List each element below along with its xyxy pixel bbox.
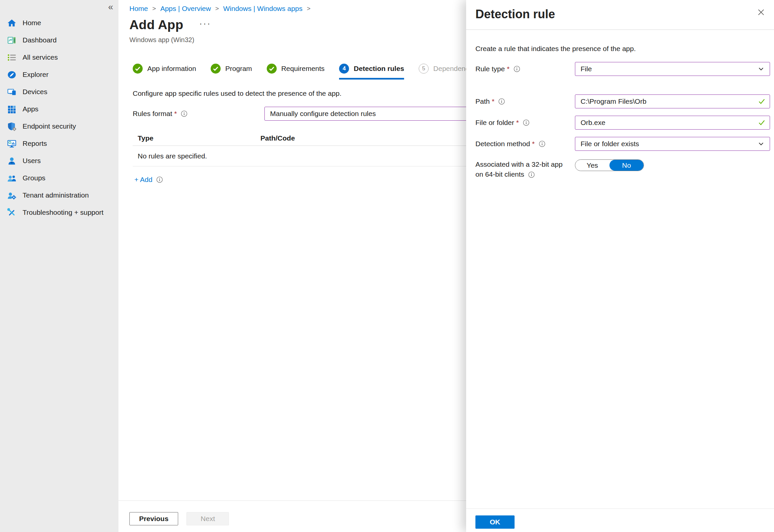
panel-title: Detection rule: [475, 7, 765, 21]
sidebar-item-devices[interactable]: Devices: [0, 83, 118, 100]
sidebar-item-users[interactable]: Users: [0, 152, 118, 169]
info-icon[interactable]: [523, 119, 529, 126]
sidebar-item-label: Apps: [23, 105, 38, 113]
groups-icon: [7, 173, 17, 183]
sidebar-item-label: Users: [23, 157, 41, 165]
detection-method-dropdown[interactable]: File or folder exists: [575, 137, 770, 151]
sidebar-item-tenant-administration[interactable]: Tenant administration: [0, 187, 118, 204]
previous-button[interactable]: Previous: [129, 512, 178, 525]
step-number: 4: [339, 64, 349, 74]
rule-type-dropdown[interactable]: File: [575, 62, 770, 76]
info-icon[interactable]: [498, 98, 505, 105]
path-label: Path *: [475, 97, 575, 105]
file-or-folder-input[interactable]: [575, 116, 770, 130]
associated-32bit-toggle[interactable]: Yes No: [575, 159, 644, 171]
rules-format-label: Rules format *: [133, 110, 265, 118]
step-detection-rules[interactable]: 4 Detection rules: [339, 64, 404, 80]
breadcrumb-link-apps-overview[interactable]: Apps | Overview: [160, 5, 211, 13]
empty-rules-text: No rules are specified.: [138, 152, 207, 160]
sidebar-item-endpoint-security[interactable]: Endpoint security: [0, 118, 118, 135]
sidebar: « Home Dashboard All services Explorer D…: [0, 0, 118, 532]
sidebar-collapse-icon[interactable]: «: [108, 3, 113, 12]
step-program[interactable]: Program: [211, 64, 252, 78]
required-asterisk: *: [507, 65, 509, 73]
detection-rules-table: Type Path/Code No rules are specified.: [133, 131, 491, 166]
next-button[interactable]: Next: [186, 512, 229, 525]
page-title: Add App: [129, 18, 183, 32]
devices-icon: [7, 87, 17, 97]
required-asterisk: *: [174, 110, 177, 118]
valid-check-icon: [758, 98, 765, 105]
path-input[interactable]: [575, 94, 770, 108]
step-complete-check-icon: [133, 64, 143, 74]
valid-check-icon: [758, 119, 765, 126]
step-label: App information: [147, 65, 196, 73]
required-asterisk: *: [532, 140, 535, 148]
rule-type-row: Rule type * File: [475, 62, 770, 76]
info-icon[interactable]: [181, 110, 187, 117]
breadcrumb-separator: >: [215, 5, 219, 12]
column-header-type: Type: [133, 134, 261, 142]
step-complete-check-icon: [211, 64, 221, 74]
sidebar-item-groups[interactable]: Groups: [0, 169, 118, 187]
sidebar-item-label: Dashboard: [23, 36, 57, 44]
sidebar-item-explorer[interactable]: Explorer: [0, 66, 118, 83]
step-app-information[interactable]: App information: [133, 64, 196, 78]
step-complete-check-icon: [267, 64, 277, 74]
table-empty-row: No rules are specified.: [133, 146, 491, 166]
step-requirements[interactable]: Requirements: [267, 64, 325, 78]
panel-footer: OK: [466, 508, 774, 532]
sidebar-item-label: Devices: [23, 88, 47, 96]
file-or-folder-label: File or folder *: [475, 119, 575, 127]
apps-icon: [7, 104, 17, 114]
sidebar-item-dashboard[interactable]: Dashboard: [0, 31, 118, 49]
ok-button[interactable]: OK: [475, 515, 514, 529]
sidebar-item-all-services[interactable]: All services: [0, 49, 118, 66]
breadcrumb-separator: >: [152, 5, 156, 12]
rules-format-dropdown[interactable]: Manually configure detection rules: [265, 107, 497, 121]
detection-method-label: Detection method *: [475, 140, 575, 148]
associated-32bit-label: Associated with a 32-bit app on 64-bit c…: [475, 159, 575, 180]
path-row: Path *: [475, 94, 770, 108]
breadcrumb-separator: >: [307, 5, 311, 12]
panel-header: Detection rule: [466, 0, 774, 30]
sidebar-item-troubleshooting[interactable]: Troubleshooting + support: [0, 204, 118, 221]
step-label: Detection rules: [354, 65, 404, 73]
sidebar-item-label: Explorer: [23, 71, 48, 79]
column-header-path-code: Path/Code: [261, 134, 295, 142]
chevron-down-icon: [758, 141, 764, 147]
add-rule-button[interactable]: + Add: [134, 176, 152, 184]
panel-description: Create a rule that indicates the presenc…: [475, 45, 770, 53]
endpoint-security-icon: [7, 122, 17, 131]
required-asterisk: *: [516, 119, 519, 127]
chevron-down-icon: [758, 66, 764, 72]
step-label: Requirements: [281, 65, 325, 73]
sidebar-item-label: Endpoint security: [23, 122, 76, 130]
info-icon[interactable]: [528, 171, 535, 178]
more-options-icon[interactable]: ···: [199, 24, 211, 26]
explorer-icon: [7, 70, 17, 80]
sidebar-item-apps[interactable]: Apps: [0, 100, 118, 118]
info-icon[interactable]: [513, 66, 520, 72]
toggle-option-no[interactable]: No: [610, 160, 644, 171]
breadcrumb-link-windows-apps[interactable]: Windows | Windows apps: [223, 5, 303, 13]
breadcrumb-link-home[interactable]: Home: [129, 5, 148, 13]
all-services-icon: [7, 53, 17, 62]
dashboard-icon: [7, 35, 17, 45]
info-icon[interactable]: [156, 176, 163, 183]
associated-32bit-row: Associated with a 32-bit app on 64-bit c…: [475, 159, 770, 180]
close-icon[interactable]: [757, 8, 765, 17]
info-icon[interactable]: [539, 141, 545, 147]
sidebar-item-home[interactable]: Home: [0, 14, 118, 31]
toggle-option-yes[interactable]: Yes: [575, 160, 610, 171]
step-number: 5: [419, 64, 429, 74]
home-icon: [7, 18, 17, 28]
tenant-administration-icon: [7, 191, 17, 200]
sidebar-item-label: Home: [23, 19, 41, 27]
detection-rule-panel: Detection rule Create a rule that indica…: [466, 0, 774, 532]
troubleshooting-icon: [7, 208, 17, 217]
sidebar-item-label: Groups: [23, 174, 45, 182]
rule-type-label: Rule type *: [475, 65, 575, 73]
sidebar-item-label: Tenant administration: [23, 191, 89, 199]
sidebar-item-reports[interactable]: Reports: [0, 135, 118, 152]
